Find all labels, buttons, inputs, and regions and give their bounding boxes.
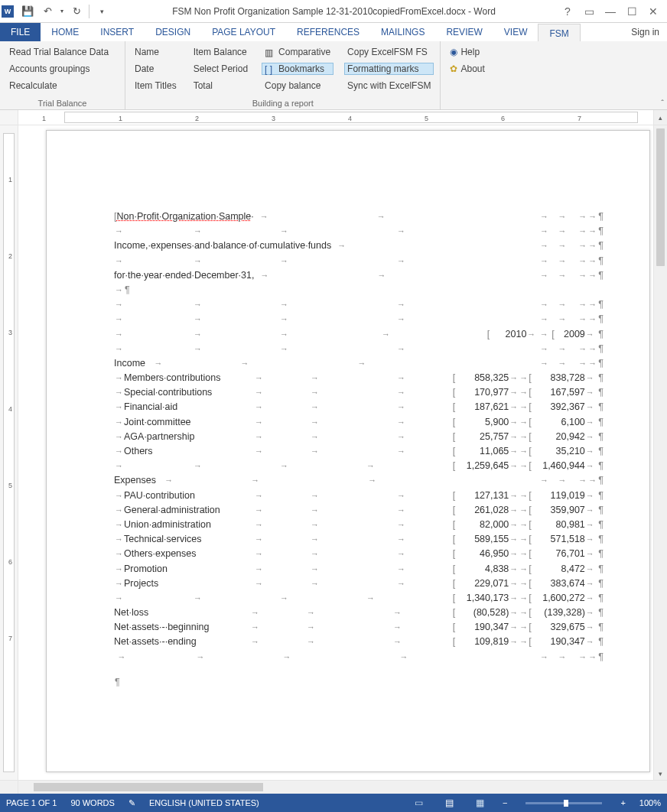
document-line[interactable]: →→→→[2010→ → [2009→ ¶ (114, 330, 604, 344)
hscrollbar-thumb[interactable] (34, 783, 263, 791)
save-button[interactable]: 💾 (18, 2, 37, 21)
ribbon-item-balance[interactable]: Item Balance (190, 46, 251, 58)
about-item[interactable]: ✿About (447, 63, 487, 75)
help-button[interactable]: ? (557, 3, 578, 20)
document-line[interactable]: →Joint·committee→→→[5,900→→[6,100→ ¶ (114, 417, 604, 432)
ribbon-item-titles[interactable]: Item Titles (132, 80, 180, 92)
ribbon-total[interactable]: Total (190, 80, 251, 92)
document-line[interactable]: →→→→→ → →→¶ (114, 344, 604, 359)
language-indicator[interactable]: ENGLISH (UNITED STATES) (149, 798, 259, 807)
ribbon-sync-with-excelfsm[interactable]: Sync with ExcelFSM (344, 80, 434, 92)
document-line[interactable]: Income,·expenses·and·balance·of·cumulati… (114, 241, 604, 255)
qat-customize[interactable]: ▾ (93, 2, 111, 21)
web-layout-view[interactable]: ▦ (472, 796, 489, 810)
tab-file[interactable]: FILE (0, 23, 41, 41)
document-line[interactable]: →Technical·services→→→[589,155→→[571,518… (114, 534, 604, 549)
document-line[interactable]: →General·administration→→→[261,028→→[359… (114, 505, 604, 520)
document-line[interactable]: →Special·contributions→→→[170,977→→[167,… (114, 388, 604, 402)
word-count[interactable]: 90 WORDS (70, 798, 114, 807)
document-line[interactable]: Net·assets·-·ending→→→[109,819→→[190,347… (114, 637, 604, 651)
zoom-level[interactable]: 100% (639, 798, 661, 807)
zoom-slider[interactable] (525, 802, 602, 804)
document-line[interactable]: →Others→→→[11,065→→[35,210→ ¶ (114, 447, 604, 461)
document-line[interactable]: →→→→→ → →→¶ (114, 226, 604, 241)
ribbon-read-trial-balance-data[interactable]: Read Trial Balance Data (6, 46, 112, 58)
document-line[interactable]: →Projects→→→[229,071→→[383,674→ ¶ (114, 579, 604, 593)
ribbon-group-trial-balance: Read Trial Balance DataAccounts grouping… (0, 41, 125, 109)
tab-mailings[interactable]: MAILINGS (370, 23, 435, 41)
horizontal-scrollbar[interactable] (0, 780, 667, 794)
ribbon-name[interactable]: Name (132, 46, 180, 58)
document-viewport[interactable]: [Non·Profit·Organization·Sample· →→→ → →… (18, 125, 653, 780)
tab-design[interactable]: DESIGN (145, 23, 201, 41)
horizontal-ruler[interactable]: 11234567 ▴ (0, 110, 667, 125)
collapse-ribbon-button[interactable]: ˆ (661, 99, 664, 108)
document-line[interactable]: →AGA·partnership→→→[25,757→→[20,942→ ¶ (114, 432, 604, 447)
ribbon-copy-balance[interactable]: Copy balance (262, 80, 334, 92)
maximize-button[interactable]: ☐ (621, 3, 643, 20)
undo-dropdown[interactable]: ▾ (58, 2, 66, 21)
zoom-out[interactable]: − (503, 798, 507, 807)
document-line[interactable]: for·the·year·ended·December·31, →→→ → →→… (114, 271, 604, 285)
ribbon-select-period[interactable]: Select Period (190, 63, 251, 75)
zoom-in[interactable]: + (620, 798, 625, 807)
document-line[interactable]: Net·assets·-·beginning→→→[190,347→→[329,… (114, 622, 604, 637)
vertical-scrollbar[interactable]: ▾ (653, 125, 667, 780)
document-line[interactable]: →Others·expenses→→→[46,950→→[76,701→ ¶ (114, 549, 604, 564)
close-button[interactable]: ✕ (643, 3, 664, 20)
vruler-mark: 6 (8, 558, 12, 566)
vertical-ruler[interactable]: 1234567 (0, 125, 18, 780)
document-line[interactable]: Net·loss→→→[(80,528)→→[(139,328)→ ¶ (114, 608, 604, 622)
tab-home[interactable]: HOME (41, 23, 89, 41)
document-line[interactable]: →Promotion→→→[4,838→→[8,472→ ¶ (114, 564, 604, 579)
vruler-mark: 1 (8, 176, 12, 184)
document-line[interactable]: →→→→[1,259,645→→[1,460,944→ ¶ (114, 461, 604, 476)
document-line[interactable]: →Union·administration→→→[82,000→→[80,981… (114, 520, 604, 534)
redo-button[interactable]: ↻ (67, 2, 86, 21)
scroll-down-button[interactable]: ▾ (654, 768, 667, 780)
vruler-mark: 7 (8, 635, 12, 642)
document-line[interactable]: →→→→→ → →→¶ (114, 256, 604, 271)
document-line[interactable]: →→→→[1,340,173→→[1,600,272→ ¶ (114, 593, 604, 608)
ribbon-group-help: ◉Help ✿About (441, 41, 493, 109)
ribbon-comparative[interactable]: ▥Comparative (262, 46, 334, 58)
document-line[interactable]: Expenses →→→→ → →→¶ (114, 476, 604, 490)
document-line[interactable]: →¶ (114, 285, 604, 300)
ribbon-recalculate[interactable]: Recalculate (6, 80, 112, 92)
print-layout-view[interactable]: ▤ (441, 796, 458, 810)
tab-review[interactable]: REVIEW (435, 23, 493, 41)
document-line[interactable]: Income →→→→ → →→¶ (114, 359, 604, 373)
page-indicator[interactable]: PAGE 1 OF 1 (6, 798, 57, 807)
scroll-up-button[interactable]: ▴ (653, 110, 667, 125)
document-line[interactable]: [Non·Profit·Organization·Sample· →→→ → →… (114, 212, 604, 226)
undo-button[interactable]: ↶ (38, 2, 57, 21)
ribbon: Read Trial Balance DataAccounts grouping… (0, 41, 667, 110)
ribbon-formatting-marks[interactable]: Formatting marks (344, 63, 434, 75)
ribbon-date[interactable]: Date (132, 63, 180, 75)
sign-in-link[interactable]: Sign in (623, 23, 667, 41)
document-line[interactable]: →Members·contributions→→→[858,325→→[838,… (114, 373, 604, 388)
ribbon-display-options[interactable]: ▭ (578, 3, 600, 20)
document-line[interactable]: →→→→→ → →→¶ (114, 314, 604, 329)
bookmarks-icon: [ ] (265, 64, 275, 73)
help-item[interactable]: ◉Help (447, 46, 487, 58)
ribbon-copy-excelfsm-fs[interactable]: Copy ExcelFSM FS (344, 46, 434, 58)
scrollbar-thumb[interactable] (656, 128, 665, 266)
document-line[interactable]: ¶ (114, 677, 604, 692)
document-line[interactable]: →→→→→ → →→¶ (114, 652, 604, 667)
document-line[interactable]: →PAU·contribution→→→[127,131→→[119,019→ … (114, 491, 604, 505)
ribbon-bookmarks[interactable]: [ ]Bookmarks (262, 63, 334, 75)
ribbon-group-building-report: NameDateItem Titles Item BalanceSelect P… (125, 41, 441, 109)
document-line[interactable]: →→→→→ → →→¶ (114, 300, 604, 314)
ribbon-accounts-groupings[interactable]: Accounts groupings (6, 63, 112, 75)
tab-insert[interactable]: INSERT (89, 23, 145, 41)
tab-references[interactable]: REFERENCES (286, 23, 370, 41)
tab-page-layout[interactable]: PAGE LAYOUT (201, 23, 286, 41)
ruler-mark: 1 (119, 115, 122, 122)
document-line[interactable]: →Financial·aid→→→[187,621→→[392,367→ ¶ (114, 402, 604, 417)
tab-view[interactable]: VIEW (493, 23, 538, 41)
read-mode-view[interactable]: ▭ (411, 796, 428, 810)
minimize-button[interactable]: — (600, 3, 621, 20)
proofing-icon[interactable]: ✎ (129, 798, 135, 808)
tab-fsm[interactable]: FSM (538, 24, 580, 42)
